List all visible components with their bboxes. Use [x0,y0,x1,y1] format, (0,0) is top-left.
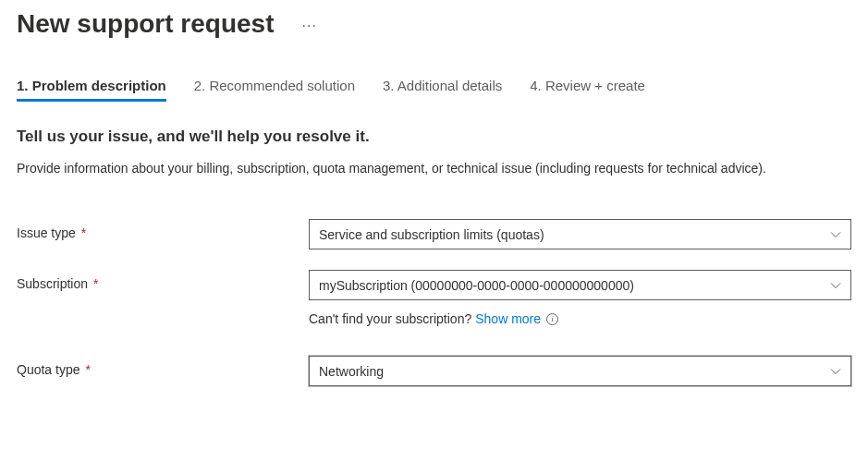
quota-type-label: Quota type * [17,356,309,377]
issue-type-value: Service and subscription limits (quotas) [319,227,544,242]
required-marker: * [93,276,98,291]
chevron-down-icon [830,229,841,240]
tab-recommended-solution[interactable]: 2. Recommended solution [194,78,355,102]
info-icon[interactable]: i [546,313,558,325]
issue-type-select[interactable]: Service and subscription limits (quotas) [309,219,851,249]
wizard-tabs: 1. Problem description 2. Recommended so… [17,78,851,102]
more-actions-button[interactable]: ··· [298,14,320,38]
page-title: New support request [17,9,274,39]
tab-additional-details[interactable]: 3. Additional details [383,78,502,102]
required-marker: * [81,225,86,240]
subscription-label: Subscription * [17,270,309,291]
chevron-down-icon [830,280,841,291]
quota-type-value: Networking [319,364,384,379]
show-more-link[interactable]: Show more [475,311,541,326]
subscription-select[interactable]: mySubscription (00000000-0000-0000-00000… [309,270,851,300]
subscription-helper: Can't find your subscription? Show more … [309,311,558,326]
issue-type-label: Issue type * [17,219,309,240]
tab-problem-description[interactable]: 1. Problem description [17,78,166,102]
subscription-value: mySubscription (00000000-0000-0000-00000… [319,278,634,293]
required-marker: * [85,362,90,377]
section-heading: Tell us your issue, and we'll help you r… [17,128,851,146]
tab-review-create[interactable]: 4. Review + create [530,78,645,102]
quota-type-select[interactable]: Networking [309,356,851,386]
section-description: Provide information about your billing, … [17,159,830,178]
chevron-down-icon [830,366,841,377]
